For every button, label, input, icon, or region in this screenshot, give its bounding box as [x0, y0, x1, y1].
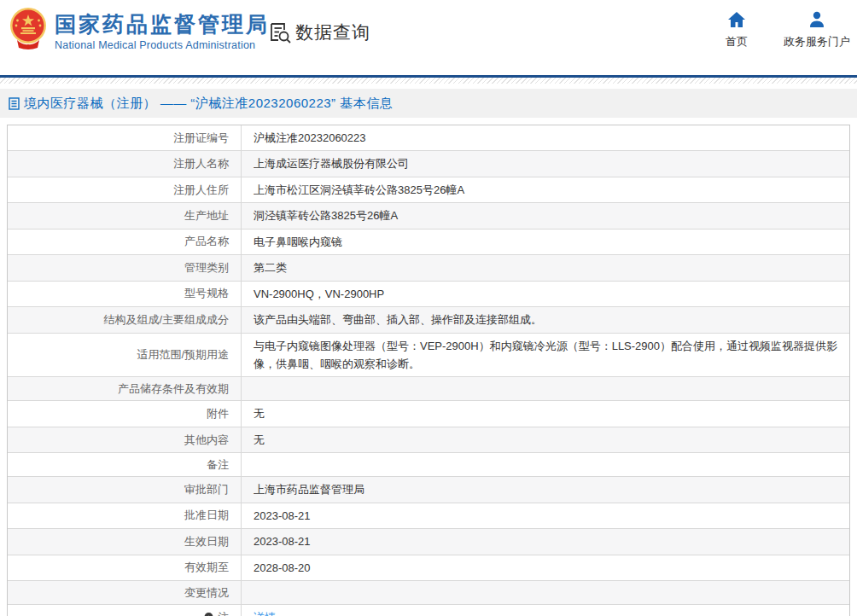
- table-row: 产品名称 电子鼻咽喉内窥镜: [8, 230, 849, 255]
- row-label-text: 备注: [207, 457, 229, 473]
- row-label-text: 其他内容: [184, 433, 229, 448]
- home-icon: [727, 11, 746, 28]
- row-label-text: 注册人住所: [173, 183, 229, 198]
- row-value: 上海市药品监督管理局: [242, 477, 849, 502]
- row-label: 生效日期: [8, 529, 242, 554]
- breadcrumb: 境内医疗器械（注册） —— “沪械注准20232060223” 基本信息: [24, 96, 393, 112]
- row-label: 结构及组成/主要组成成分: [8, 307, 242, 332]
- table-row: 注 详情: [8, 605, 849, 616]
- table-row: 管理类别 第二类: [8, 255, 849, 281]
- table-row: 批准日期 2023-08-21: [8, 503, 849, 529]
- table-row: 注册人住所 上海市松江区洞泾镇莘砖公路3825号26幢A: [8, 177, 849, 203]
- site-brand: 国家药品监督管理局 National Medical Products Admi…: [55, 11, 270, 51]
- table-row: 结构及组成/主要组成成分 该产品由头端部、弯曲部、插入部、操作部及连接部组成。: [8, 307, 849, 333]
- row-value: 详情: [242, 605, 849, 616]
- row-label-text: 附件: [207, 406, 229, 421]
- info-table: 注册证编号 沪械注准20232060223 注册人名称 上海成运医疗器械股份有限…: [7, 125, 850, 616]
- row-value: 2023-08-21: [242, 503, 849, 528]
- row-label-text: 结构及组成/主要组成成分: [103, 312, 229, 328]
- table-row: 生效日期 2023-08-21: [8, 529, 849, 555]
- row-label: 管理类别: [8, 255, 242, 280]
- row-label-text: 注: [218, 610, 229, 616]
- row-value: 无: [242, 401, 849, 426]
- row-label-text: 管理类别: [184, 260, 229, 276]
- row-label: 变更情况: [8, 581, 242, 604]
- nav-home-label: 首页: [726, 34, 748, 49]
- row-label: 备注: [8, 453, 242, 476]
- document-search-icon: [269, 21, 292, 44]
- table-row: 生产地址 洞泾镇莘砖公路3825号26幢A: [8, 203, 849, 229]
- row-value: 2028-08-20: [242, 555, 849, 580]
- site-title: 国家药品监督管理局: [55, 11, 270, 37]
- row-label: 注: [8, 605, 242, 616]
- row-value: [242, 462, 849, 468]
- nav-home[interactable]: 首页: [719, 11, 755, 49]
- row-label-text: 批准日期: [184, 508, 229, 523]
- nav-gov-portal[interactable]: 政务服务门户: [784, 11, 850, 49]
- table-row: 变更情况: [8, 581, 849, 605]
- top-navigation: 首页 政务服务门户: [719, 11, 850, 49]
- row-label: 产品名称: [8, 230, 242, 254]
- row-value: 沪械注准20232060223: [242, 125, 849, 150]
- row-value: 上海成运医疗器械股份有限公司: [242, 151, 849, 176]
- row-label: 注册证编号: [8, 125, 242, 150]
- row-label-text: 适用范围/预期用途: [137, 347, 229, 363]
- row-value: 该产品由头端部、弯曲部、插入部、操作部及连接部组成。: [242, 307, 849, 332]
- row-value: 第二类: [242, 255, 849, 280]
- table-row: 审批部门 上海市药品监督管理局: [8, 477, 849, 503]
- data-query-section[interactable]: 数据查询: [269, 20, 370, 44]
- row-value: 与电子内窥镜图像处理器（型号：VEP-2900H）和内窥镜冷光源（型号：LLS-…: [242, 334, 849, 377]
- header-hatch-band: [0, 78, 857, 84]
- table-row: 适用范围/预期用途 与电子内窥镜图像处理器（型号：VEP-2900H）和内窥镜冷…: [8, 334, 849, 378]
- row-value: 2023-08-21: [242, 529, 849, 554]
- row-label: 产品储存条件及有效期: [8, 377, 242, 400]
- row-label-text: 生产地址: [184, 208, 229, 224]
- row-value: [242, 590, 849, 596]
- row-label-text: 产品储存条件及有效期: [118, 381, 229, 397]
- detail-link[interactable]: 详情: [254, 611, 276, 616]
- table-row: 产品储存条件及有效期: [8, 377, 849, 401]
- table-row: 附件 无: [8, 401, 849, 427]
- user-icon: [807, 11, 826, 28]
- row-label: 审批部门: [8, 477, 242, 502]
- table-row: 型号规格 VN-2900HQ，VN-2900HP: [8, 282, 849, 307]
- row-value: 无: [242, 427, 849, 452]
- data-query-label: 数据查询: [295, 20, 370, 44]
- row-label: 适用范围/预期用途: [8, 334, 242, 377]
- row-label: 其他内容: [8, 427, 242, 452]
- row-label-text: 注册人名称: [173, 156, 229, 171]
- table-row: 有效期至 2028-08-20: [8, 555, 849, 581]
- row-value: VN-2900HQ，VN-2900HP: [242, 282, 849, 306]
- row-label: 批准日期: [8, 503, 242, 528]
- row-label-text: 变更情况: [184, 585, 229, 601]
- row-label: 有效期至: [8, 555, 242, 580]
- row-value: 上海市松江区洞泾镇莘砖公路3825号26幢A: [242, 177, 849, 202]
- table-row: 注册人名称 上海成运医疗器械股份有限公司: [8, 151, 849, 177]
- row-label-text: 产品名称: [184, 234, 229, 249]
- row-label-text: 注册证编号: [173, 131, 229, 146]
- site-subtitle: National Medical Products Administration: [55, 39, 270, 51]
- row-label: 注册人住所: [8, 177, 242, 202]
- row-label-text: 型号规格: [184, 286, 229, 301]
- row-label-text: 生效日期: [184, 534, 229, 549]
- national-emblem-logo[interactable]: [7, 6, 50, 50]
- row-label: 型号规格: [8, 282, 242, 306]
- breadcrumb-bar: 境内医疗器械（注册） —— “沪械注准20232060223” 基本信息: [0, 89, 857, 118]
- row-label: 附件: [8, 401, 242, 426]
- table-row: 注册证编号 沪械注准20232060223: [8, 125, 849, 151]
- row-value: [242, 386, 849, 392]
- page: 国家药品监督管理局 National Medical Products Admi…: [0, 0, 857, 616]
- row-label-text: 审批部门: [184, 482, 229, 497]
- site-header: 国家药品监督管理局 National Medical Products Admi…: [0, 0, 857, 75]
- row-value: 电子鼻咽喉内窥镜: [242, 230, 849, 254]
- nav-gov-portal-label: 政务服务门户: [784, 34, 850, 49]
- row-label-text: 有效期至: [184, 560, 229, 575]
- row-label: 生产地址: [8, 203, 242, 228]
- table-row: 其他内容 无: [8, 427, 849, 453]
- row-value: 洞泾镇莘砖公路3825号26幢A: [242, 203, 849, 228]
- table-row: 备注: [8, 453, 849, 477]
- document-icon: [9, 97, 20, 110]
- row-label: 注册人名称: [8, 151, 242, 176]
- note-icon: [203, 612, 214, 616]
